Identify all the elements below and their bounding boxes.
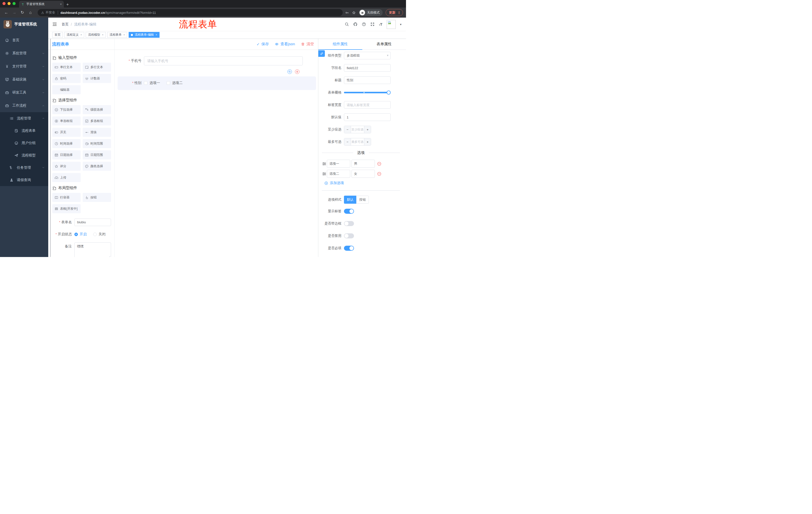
form-field-phone[interactable]: 手机号: [118, 56, 303, 65]
home-button[interactable]: ⌂: [27, 9, 34, 16]
palette-item-多行文本[interactable]: 多行文本: [83, 63, 111, 72]
checkbox-box[interactable]: [144, 81, 147, 85]
password-key-icon[interactable]: [345, 11, 349, 15]
form-grid-slider[interactable]: [344, 89, 389, 96]
option-style-button[interactable]: 按钮: [356, 196, 369, 204]
remove-option-button[interactable]: [377, 162, 381, 166]
option-label-input[interactable]: [327, 160, 350, 168]
palette-item-单选框组[interactable]: 单选框组: [52, 116, 81, 126]
close-window-button[interactable]: [2, 2, 5, 5]
palette-item-表格[开发中][interactable]: 表格[开发中]: [52, 204, 81, 213]
help-icon[interactable]: [362, 22, 366, 26]
github-icon[interactable]: [353, 22, 357, 26]
sidebar-item-工作流程[interactable]: 工作流程: [0, 99, 48, 112]
sidebar-item-首页[interactable]: 首页: [0, 34, 48, 47]
form-remark-textarea[interactable]: 嘿嘿: [75, 242, 111, 257]
sidebar-item-支付管理[interactable]: 支付管理: [0, 60, 48, 73]
保存-button[interactable]: ✓保存: [257, 42, 269, 47]
collapse-sidebar-icon[interactable]: [52, 22, 57, 27]
search-icon[interactable]: [345, 22, 349, 26]
slider-handle[interactable]: [387, 90, 391, 94]
option-value-input[interactable]: [351, 170, 375, 178]
palette-item-时间范围[interactable]: 时间范围: [83, 139, 111, 148]
close-tab-icon[interactable]: ×: [123, 33, 125, 36]
checkbox-选项一[interactable]: 选项一: [144, 81, 160, 85]
tab-流程模型[interactable]: 流程模型×: [86, 32, 106, 38]
清空-button[interactable]: 清空: [301, 42, 314, 47]
palette-item-计数器[interactable]: 123计数器: [83, 74, 111, 83]
link-handle-icon[interactable]: [318, 50, 325, 57]
sidebar-item-流程表单[interactable]: 流程表单: [0, 125, 48, 137]
palette-item-滑块[interactable]: 滑块: [83, 128, 111, 137]
browser-tab[interactable]: 芋道管理系统 ×: [19, 1, 64, 7]
sidebar-item-流程管理[interactable]: 流程管理: [0, 112, 48, 125]
tab-首页[interactable]: 首页: [52, 32, 63, 38]
fullscreen-icon[interactable]: [370, 22, 375, 26]
tab-流程表单[interactable]: 流程表单×: [107, 32, 127, 38]
min-select-input[interactable]: [351, 126, 364, 133]
avatar[interactable]: [387, 20, 396, 29]
tab-流程定义[interactable]: 流程定义×: [64, 32, 84, 38]
palette-item-下拉选择[interactable]: 下拉选择: [52, 105, 81, 114]
查看json-button[interactable]: 查看json: [275, 42, 295, 47]
tab-组件属性[interactable]: 组件属性: [318, 39, 362, 50]
radio-关闭[interactable]: 关闭: [93, 232, 106, 237]
increase-button[interactable]: +: [364, 138, 371, 145]
update-button[interactable]: 更新 ⋮: [386, 9, 403, 16]
back-button[interactable]: ←: [3, 9, 9, 16]
sidebar-item-系统管理[interactable]: 系统管理: [0, 47, 48, 60]
palette-item-编辑器[interactable]: 编辑器: [52, 85, 81, 94]
toggle-是否禁用[interactable]: [344, 233, 354, 238]
sidebar-item-基础设施[interactable]: 基础设施: [0, 73, 48, 86]
new-tab-button[interactable]: +: [66, 2, 69, 6]
canvas-body[interactable]: 手机号 性别 选项一选项二: [115, 50, 318, 257]
component-type-select[interactable]: [344, 52, 391, 59]
palette-item-单行文本[interactable]: 单行文本: [52, 63, 81, 72]
sidebar-item-流程模型[interactable]: 流程模型: [0, 149, 48, 161]
remove-option-button[interactable]: [377, 172, 381, 176]
palette-item-颜色选择[interactable]: 颜色选择: [83, 162, 111, 171]
sidebar-item-研发工具[interactable]: 研发工具: [0, 86, 48, 99]
app-logo-row[interactable]: 芋道管理系统: [0, 18, 48, 31]
add-option-button[interactable]: 添加选项: [324, 181, 406, 185]
tab-表单属性[interactable]: 表单属性: [362, 39, 406, 50]
palette-item-行容器[interactable]: 行容器: [52, 193, 81, 202]
sidebar-item-用户分组[interactable]: 用户分组: [0, 137, 48, 149]
font-size-icon[interactable]: тT: [379, 22, 382, 26]
close-tab-icon[interactable]: ×: [60, 2, 62, 6]
palette-item-日期选择[interactable]: 日期选择: [52, 151, 81, 159]
palette-item-开关[interactable]: 开关: [52, 128, 81, 137]
palette-item-上传[interactable]: 上传: [52, 173, 81, 182]
forward-button[interactable]: →: [11, 9, 18, 16]
window-controls[interactable]: [2, 0, 16, 7]
palette-item-评分[interactable]: 评分: [52, 162, 81, 171]
increase-button[interactable]: +: [364, 126, 371, 133]
palette-item-日期范围[interactable]: 日期范围: [83, 151, 111, 159]
resize-grip-icon[interactable]: [108, 256, 110, 257]
duplicate-field-button[interactable]: [287, 70, 292, 74]
minimize-window-button[interactable]: [7, 2, 10, 5]
user-menu-caret-icon[interactable]: ▾: [400, 23, 402, 26]
sidebar-item-请假查询[interactable]: 请假查询: [0, 174, 48, 186]
browser-menu-icon[interactable]: ⋮: [398, 11, 401, 14]
default-value-input[interactable]: [344, 113, 391, 121]
radio-开启[interactable]: 开启: [75, 232, 87, 237]
palette-item-多选框组[interactable]: 多选框组: [83, 116, 111, 126]
decrease-button[interactable]: −: [344, 126, 351, 133]
title-input[interactable]: [344, 77, 391, 84]
bookmark-star-icon[interactable]: [352, 11, 356, 15]
field-name-input[interactable]: [344, 64, 391, 72]
option-value-input[interactable]: [351, 160, 375, 168]
checkbox-选项二[interactable]: 选项二: [167, 81, 183, 85]
breadcrumb-home[interactable]: 首页: [62, 22, 68, 27]
form-name-input[interactable]: [75, 218, 111, 226]
option-style-default[interactable]: 默认: [344, 196, 356, 204]
tab-流程表单-编辑[interactable]: 流程表单-编辑×: [128, 32, 159, 38]
palette-item-级联选择[interactable]: 级联选择: [83, 105, 111, 114]
palette-item-密码[interactable]: 密码: [52, 74, 81, 83]
label-width-input[interactable]: [344, 101, 391, 109]
not-secure-icon[interactable]: ⚠: [41, 11, 44, 14]
toggle-显示标签[interactable]: [344, 209, 354, 214]
zoom-window-button[interactable]: [12, 2, 16, 5]
max-select-input[interactable]: [351, 138, 364, 145]
